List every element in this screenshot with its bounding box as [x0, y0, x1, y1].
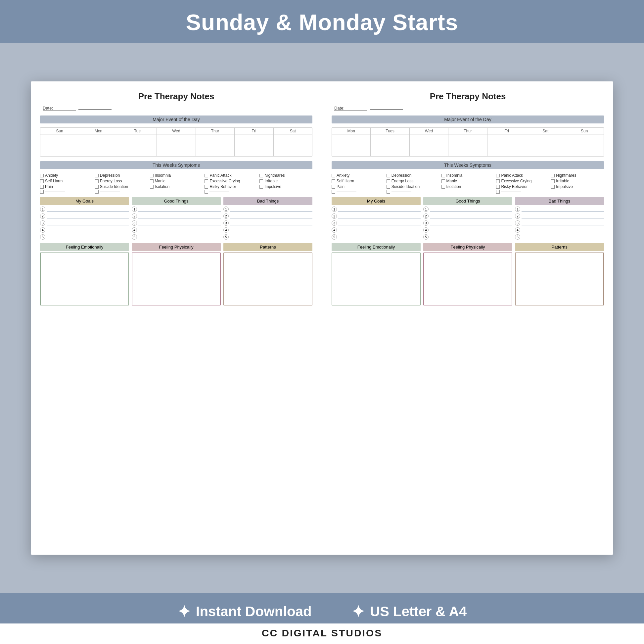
- list-item: 4: [423, 227, 512, 233]
- instant-download-badge: ✦ Instant Download: [177, 602, 312, 621]
- right-goals-col: My Goals 1 2 3 4 5: [332, 197, 421, 240]
- right-goals-list: 1 2 3 4 5: [332, 207, 421, 240]
- left-cb-impulsive[interactable]: [259, 185, 263, 189]
- list-item: 4: [132, 227, 221, 233]
- left-goals-header: My Goals: [40, 197, 129, 205]
- right-cb-depression[interactable]: [387, 174, 390, 177]
- left-symptom-selfharm: Self Harm: [40, 179, 93, 183]
- right-symptom-suicide: Suicide Ideation: [387, 184, 439, 189]
- star-icon-right: ✦: [351, 602, 365, 621]
- right-patterns-box[interactable]: [515, 253, 604, 305]
- right-cb-anxiety[interactable]: [332, 174, 335, 177]
- right-cb-pain[interactable]: [332, 185, 335, 189]
- right-day-thur-label: Thur: [448, 128, 487, 135]
- left-symptom-pain: Pain: [40, 184, 93, 189]
- list-item: 2: [132, 213, 221, 219]
- right-day-tues-label: Tues: [371, 128, 409, 135]
- left-cb-irritable[interactable]: [259, 179, 263, 183]
- left-symptoms-grid: Anxiety Depression Insomnia Panic Attack…: [40, 173, 312, 194]
- list-item: 1: [423, 207, 512, 212]
- left-feeling-physical-box[interactable]: [132, 253, 221, 305]
- right-bad-list: 1 2 3 4 5: [515, 207, 604, 240]
- right-day-thur: Thur: [448, 128, 487, 156]
- right-cb-irritable[interactable]: [551, 179, 555, 183]
- left-three-col: My Goals 1 2 3 4 5 Good Things 1 2 3: [40, 197, 312, 240]
- left-cb-energy[interactable]: [95, 179, 99, 183]
- list-item: 5: [423, 234, 512, 240]
- right-symptom-manic: Manic: [441, 179, 494, 183]
- right-date-input[interactable]: [370, 109, 403, 110]
- list-item: 5: [132, 234, 221, 240]
- left-symptom-insomnia: Insomnia: [150, 173, 203, 178]
- left-symptom-crying: Excessive Crying: [205, 179, 257, 183]
- right-symptom-energy: Energy Loss: [387, 179, 439, 183]
- list-item: 4: [40, 227, 129, 233]
- left-symptom-blank1: [40, 190, 93, 194]
- right-symptom-blank3: [496, 190, 549, 194]
- right-feeling-emotional: Feeling Emotionally: [332, 243, 421, 547]
- right-cb-suicide[interactable]: [387, 185, 390, 189]
- left-cb-insomnia[interactable]: [150, 174, 154, 177]
- left-symptom-suicide: Suicide Ideation: [95, 184, 148, 189]
- left-symptom-depression: Depression: [95, 173, 148, 178]
- left-day-sun: Sun: [40, 128, 79, 156]
- right-symptom-panic: Panic Attack: [496, 173, 549, 178]
- right-week-grid: Mon Tues Wed Thur Fri: [332, 127, 604, 157]
- left-good-header: Good Things: [132, 197, 221, 205]
- right-page-title: Pre Therapy Notes: [332, 91, 604, 102]
- list-item: 2: [515, 213, 604, 219]
- left-cb-anxiety[interactable]: [40, 174, 44, 177]
- right-symptom-crying: Excessive Crying: [496, 179, 549, 183]
- right-symptom-pain: Pain: [332, 184, 385, 189]
- left-cb-isolation[interactable]: [150, 185, 154, 189]
- left-cb-risky[interactable]: [205, 185, 208, 189]
- left-feeling-emotional-box[interactable]: [40, 253, 129, 305]
- left-cb-panic[interactable]: [205, 174, 208, 177]
- list-item: 1: [515, 207, 604, 212]
- left-good-col: Good Things 1 2 3 4 5: [132, 197, 221, 240]
- left-feeling-emotional: Feeling Emotionally: [40, 243, 129, 547]
- left-date-input[interactable]: [78, 109, 112, 110]
- right-day-wed-label: Wed: [410, 128, 448, 135]
- right-feeling-physical-header: Feeling Physically: [423, 243, 512, 251]
- right-cb-selfharm[interactable]: [332, 179, 335, 183]
- right-cb-risky[interactable]: [496, 185, 500, 189]
- star-icon-left: ✦: [177, 602, 191, 621]
- right-feeling-physical-box[interactable]: [423, 253, 512, 305]
- right-feeling-section: Feeling Emotionally Feeling Physically P…: [332, 243, 604, 547]
- right-cb-isolation[interactable]: [441, 185, 445, 189]
- right-cb-panic[interactable]: [496, 174, 500, 177]
- right-day-fri: Fri: [487, 128, 526, 156]
- right-cb-insomnia[interactable]: [441, 174, 445, 177]
- left-date-line: Date:: [41, 106, 312, 111]
- left-day-tue-label: Tue: [118, 128, 157, 135]
- left-cb-nightmares[interactable]: [259, 174, 263, 177]
- right-day-fri-label: Fri: [487, 128, 526, 135]
- right-day-mon: Mon: [332, 128, 371, 156]
- right-three-col: My Goals 1 2 3 4 5 Good Things 1 2 3: [332, 197, 604, 240]
- right-cb-nightmares[interactable]: [551, 174, 555, 177]
- left-cb-suicide[interactable]: [95, 185, 99, 189]
- left-patterns-box[interactable]: [223, 253, 312, 305]
- right-page: Pre Therapy Notes Date: Major Event of t…: [322, 81, 613, 555]
- left-day-mon: Mon: [79, 128, 118, 156]
- right-cb-manic[interactable]: [441, 179, 445, 183]
- left-cb-crying[interactable]: [205, 179, 208, 183]
- left-cb-pain[interactable]: [40, 185, 44, 189]
- right-cb-crying[interactable]: [496, 179, 500, 183]
- list-item: 2: [332, 213, 421, 219]
- right-good-col: Good Things 1 2 3 4 5: [423, 197, 512, 240]
- left-patterns-header: Patterns: [223, 243, 312, 251]
- list-item: 4: [332, 227, 421, 233]
- right-feeling-emotional-box[interactable]: [332, 253, 421, 305]
- right-cb-energy[interactable]: [387, 179, 390, 183]
- right-bad-header: Bad Things: [515, 197, 604, 205]
- right-cb-impulsive[interactable]: [551, 185, 555, 189]
- bottom-row-badges: ✦ Instant Download ✦ US Letter & A4: [20, 602, 624, 621]
- left-symptom-risky: Risky Behavior: [205, 184, 257, 189]
- left-cb-depression[interactable]: [95, 174, 99, 177]
- left-cb-manic[interactable]: [150, 179, 154, 183]
- list-item: 1: [40, 207, 129, 212]
- left-cb-selfharm[interactable]: [40, 179, 44, 183]
- right-feeling-physical: Feeling Physically: [423, 243, 512, 547]
